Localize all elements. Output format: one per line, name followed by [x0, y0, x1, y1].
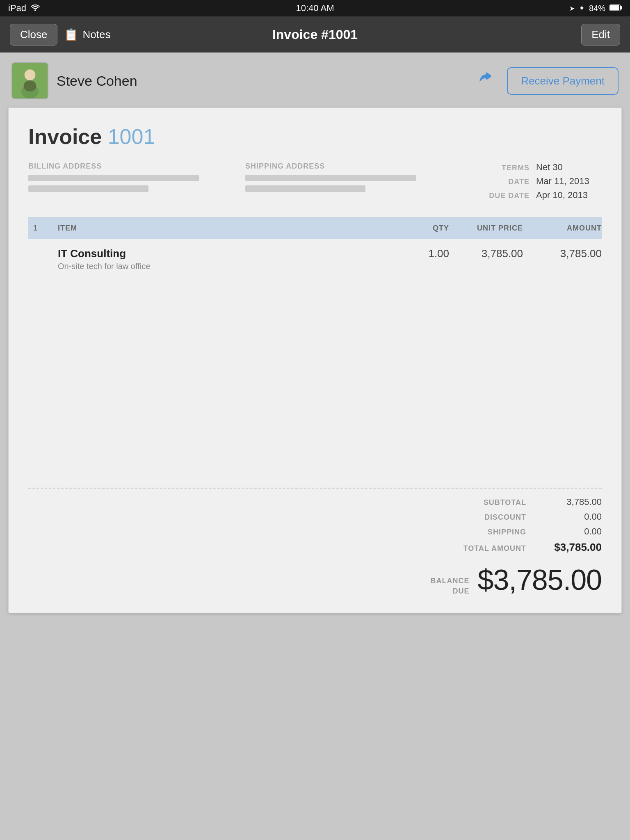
totals-separator	[28, 488, 602, 488]
ipad-label: iPad	[8, 3, 26, 14]
avatar	[11, 62, 48, 99]
balance-row: BALANCE DUE $3,785.00	[431, 564, 602, 596]
total-amount-row: TOTAL AMOUNT $3,785.00	[405, 541, 602, 554]
balance-due-label: DUE	[431, 586, 470, 596]
notes-icon: 📋	[64, 28, 78, 41]
terms-label: TERMS	[480, 164, 530, 172]
table-row: IT Consulting On-site tech for law offic…	[28, 239, 602, 274]
due-date-row: DUE DATE Apr 10, 2013	[462, 190, 602, 201]
svg-point-4	[25, 69, 36, 80]
share-icon[interactable]	[477, 69, 497, 93]
receive-payment-button[interactable]: Receive Payment	[507, 67, 619, 95]
discount-label: DISCOUNT	[428, 513, 526, 522]
row-qty: 1.00	[405, 239, 454, 274]
svg-rect-1	[621, 6, 622, 9]
bluetooth-icon: ✦	[579, 4, 585, 13]
item-name: IT Consulting	[58, 247, 400, 260]
shipping-line-1	[245, 175, 416, 181]
invoice-num-display: 1001	[108, 125, 155, 148]
shipping-address-block: SHIPPING ADDRESS	[245, 162, 446, 204]
shipping-row: SHIPPING 0.00	[405, 526, 602, 537]
billing-address-block: BILLING ADDRESS	[28, 162, 229, 204]
total-amount-label: TOTAL AMOUNT	[428, 544, 526, 553]
billing-address-label: BILLING ADDRESS	[28, 162, 229, 171]
wifi-icon	[30, 3, 40, 14]
col-item: ITEM	[53, 217, 405, 239]
status-bar: iPad 10:40 AM ➤ ✦ 84%	[0, 0, 630, 16]
item-description: On-site tech for law office	[58, 262, 400, 271]
col-num: 1	[28, 217, 53, 239]
svg-point-6	[24, 80, 37, 91]
subtotal-label: SUBTOTAL	[428, 498, 526, 507]
invoice-title: Invoice 1001	[28, 124, 602, 149]
shipping-line-2	[245, 185, 365, 192]
invoice-word: Invoice	[28, 125, 108, 148]
invoice-table: 1 ITEM QTY UNIT PRICE AMOUNT IT Consulti…	[28, 217, 602, 479]
col-unit-price: UNIT PRICE	[454, 217, 528, 239]
terms-value: Net 30	[536, 162, 602, 173]
terms-block: TERMS Net 30 DATE Mar 11, 2013 DUE DATE …	[462, 162, 602, 204]
col-qty: QTY	[405, 217, 454, 239]
date-value: Mar 11, 2013	[536, 176, 602, 187]
shipping-address-label: SHIPPING ADDRESS	[245, 162, 446, 171]
balance-section: BALANCE DUE $3,785.00	[28, 564, 602, 596]
billing-line-2	[28, 185, 148, 192]
date-row: DATE Mar 11, 2013	[462, 176, 602, 187]
address-section: BILLING ADDRESS SHIPPING ADDRESS TERMS N…	[28, 162, 602, 204]
shipping-label: SHIPPING	[428, 528, 526, 536]
customer-header: Steve Cohen Receive Payment	[8, 62, 622, 99]
balance-amount: $3,785.00	[478, 564, 602, 596]
close-button[interactable]: Close	[10, 24, 57, 46]
due-date-label: DUE DATE	[480, 192, 530, 200]
customer-name: Steve Cohen	[57, 73, 137, 89]
row-item: IT Consulting On-site tech for law offic…	[53, 239, 405, 274]
discount-value: 0.00	[536, 511, 602, 522]
row-unit-price: 3,785.00	[454, 239, 528, 274]
header-actions: Receive Payment	[477, 67, 619, 95]
balance-label: BALANCE	[431, 576, 470, 586]
battery-icon	[609, 4, 622, 13]
table-header-row: 1 ITEM QTY UNIT PRICE AMOUNT	[28, 217, 602, 239]
subtotal-value: 3,785.00	[536, 497, 602, 507]
row-num	[28, 239, 53, 274]
battery-text: 84%	[589, 4, 605, 13]
customer-info: Steve Cohen	[11, 62, 137, 99]
notes-label: Notes	[82, 28, 110, 41]
due-date-value: Apr 10, 2013	[536, 190, 602, 201]
edit-button[interactable]: Edit	[581, 24, 620, 46]
main-content: Steve Cohen Receive Payment Invoice 1001…	[0, 52, 630, 623]
col-amount: AMOUNT	[528, 217, 602, 239]
date-label: DATE	[480, 178, 530, 186]
nav-title: Invoice #1001	[272, 27, 358, 42]
billing-line-1	[28, 175, 199, 181]
total-amount-value: $3,785.00	[536, 541, 602, 554]
location-arrow-icon: ➤	[569, 5, 575, 12]
discount-row: DISCOUNT 0.00	[405, 511, 602, 522]
nav-bar: Close 📋 Notes Invoice #1001 Edit	[0, 16, 630, 52]
terms-row: TERMS Net 30	[462, 162, 602, 173]
svg-rect-2	[610, 5, 619, 10]
notes-button[interactable]: 📋 Notes	[64, 28, 110, 41]
subtotal-row: SUBTOTAL 3,785.00	[405, 497, 602, 507]
table-empty-space	[28, 274, 602, 479]
invoice-paper: Invoice 1001 BILLING ADDRESS SHIPPING AD…	[8, 107, 622, 613]
row-amount: 3,785.00	[528, 239, 602, 274]
shipping-value: 0.00	[536, 526, 602, 537]
status-time: 10:40 AM	[296, 3, 334, 13]
totals-section: SUBTOTAL 3,785.00 DISCOUNT 0.00 SHIPPING…	[28, 497, 602, 554]
